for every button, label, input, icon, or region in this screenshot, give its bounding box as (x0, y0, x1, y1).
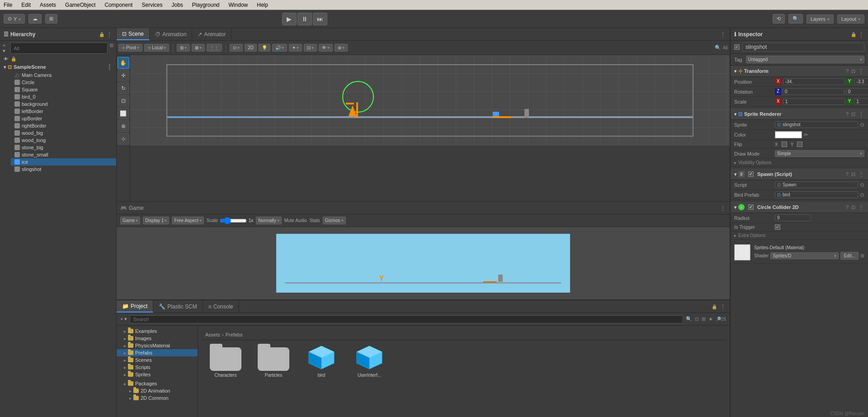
hierarchy-item-rightborder[interactable]: rightBorder (11, 122, 116, 129)
spawn-help[interactable]: ? (846, 171, 849, 177)
spawn-script-header[interactable]: ▾ # Spawn (Script) ? ⊡ (731, 169, 868, 180)
more-icon[interactable] (106, 31, 113, 38)
scale-x-input[interactable] (783, 98, 845, 105)
audio-button[interactable]: 🔊 (272, 44, 287, 52)
menu-component[interactable]: Component (103, 1, 134, 9)
menu-file[interactable]: File (2, 1, 14, 9)
tab-scene[interactable]: ⊡ Scene (117, 28, 150, 40)
hierarchy-item-ice[interactable]: ice (11, 158, 116, 166)
project-folder-images[interactable]: Images (117, 335, 198, 342)
hierarchy-search[interactable] (10, 43, 108, 54)
sprite-settings1[interactable]: ⊡ (851, 111, 855, 117)
eye-icon[interactable]: 👁 (4, 57, 8, 62)
collider-active-checkbox[interactable] (748, 204, 754, 210)
inspector-more[interactable] (858, 31, 864, 38)
add-button[interactable]: + ▾ (3, 43, 9, 54)
script-target[interactable]: ⊙ (860, 182, 864, 188)
proj-icon-1[interactable]: ⊡ (695, 316, 699, 322)
scene-tabs-more[interactable] (720, 31, 726, 38)
bird-prefab-target[interactable]: ⊙ (860, 192, 864, 198)
project-2d-common[interactable]: 2D Common (117, 394, 198, 402)
proj-icon-3[interactable]: ★ (708, 316, 713, 322)
project-2d-animation[interactable]: 2D Animation (117, 387, 198, 394)
inspector-lock[interactable] (851, 32, 856, 37)
display-dropdown[interactable]: Display 1 (143, 217, 169, 224)
lock-icon[interactable] (99, 32, 104, 37)
object-active-checkbox[interactable] (734, 44, 740, 50)
asset-item-bird[interactable]: bird (301, 344, 342, 378)
collab-button[interactable]: ⊞ (45, 14, 57, 24)
view-button[interactable]: ⊙ (230, 44, 243, 52)
tab-plastic[interactable]: 🔧 Plastic SCM (153, 300, 203, 313)
stats-button[interactable]: Stats (310, 218, 320, 223)
transform-settings1[interactable]: ⊡ (851, 68, 855, 74)
collider-more[interactable] (858, 204, 864, 211)
game-more[interactable] (720, 204, 726, 212)
rect-tool[interactable]: ⬜ (118, 108, 129, 119)
breadcrumb-assets[interactable]: Assets (205, 332, 220, 337)
history-button[interactable]: ⟲ (773, 14, 785, 24)
mute-button[interactable]: Mute Audio (284, 218, 307, 223)
custom-tool[interactable]: ⊹ (118, 133, 129, 145)
aspect-dropdown[interactable]: Free Aspect (172, 217, 203, 224)
script-field[interactable]: ⊡ Spawn (775, 181, 858, 188)
hierarchy-item-woodbig[interactable]: wood_big (11, 129, 116, 137)
spawn-settings1[interactable]: ⊡ (851, 171, 855, 177)
asset-item-particles[interactable]: Particles (253, 344, 294, 378)
bottom-more[interactable] (720, 303, 726, 310)
account-button[interactable]: ⊙ Y (4, 14, 25, 24)
lock-small-icon[interactable]: 🔒 (11, 57, 16, 62)
move-snap-button[interactable]: ⊞ (177, 44, 190, 52)
render-button[interactable]: ⊡ (304, 44, 317, 52)
breadcrumb-prefabs[interactable]: Prefabs (226, 332, 243, 337)
menu-jobs[interactable]: Jobs (170, 1, 184, 9)
spawn-more[interactable] (858, 171, 864, 178)
menu-assets[interactable]: Assets (38, 1, 58, 9)
shader-dropdown[interactable]: Sprites/D (770, 252, 839, 259)
tab-project[interactable]: 📁 Project (117, 300, 153, 313)
menu-help[interactable]: Help (255, 1, 270, 9)
move-tool[interactable]: ✛ (118, 70, 129, 81)
transform-help[interactable]: ? (846, 68, 849, 74)
color-picker-icon[interactable]: ✏ (804, 132, 808, 138)
hierarchy-item-leftborder[interactable]: leftBorder (11, 108, 116, 115)
sprite-field[interactable]: ⊡ slingshot (775, 121, 858, 128)
visibility-button[interactable]: 👁 (319, 44, 333, 52)
light-button[interactable]: 💡 (259, 44, 270, 52)
sprite-help[interactable]: ? (846, 111, 849, 117)
project-folder-physicsmat[interactable]: PhysicsMaterial (117, 342, 198, 349)
rotate-tool[interactable]: ↻ (118, 82, 129, 94)
layers-dropdown-button[interactable]: Layers (807, 14, 834, 24)
local-button[interactable]: ⊹ Local (144, 44, 169, 52)
gizmos-dropdown[interactable]: Gizmos (323, 217, 346, 224)
transform-tool[interactable]: ⊛ (118, 120, 129, 132)
pivot-button[interactable]: ⊹ Pivot (118, 44, 142, 52)
transform-header[interactable]: ▾ ⊹ Transform ? ⊡ (731, 66, 868, 77)
project-folder-examples[interactable]: Examples (117, 327, 198, 335)
proj-icon-2[interactable]: ⊞ (702, 316, 706, 322)
draw-mode-dropdown[interactable]: Simple (775, 150, 864, 157)
hand-tool[interactable]: ✋ (118, 57, 129, 69)
pause-button[interactable]: ⏸ (297, 13, 312, 25)
tab-animator[interactable]: ↗ Animator (192, 28, 231, 40)
project-folder-scripts[interactable]: Scripts (117, 364, 198, 371)
scale-tool[interactable]: ⊡ (118, 95, 129, 107)
trigger-checkbox[interactable] (775, 224, 780, 230)
project-search[interactable] (130, 315, 683, 323)
hierarchy-item-woodlong[interactable]: wood_long (11, 137, 116, 144)
hierarchy-item-slingshot[interactable]: slingshot (11, 166, 116, 173)
hierarchy-item-main-camera[interactable]: 🎥 Main Camera (11, 71, 116, 79)
menu-gameobject[interactable]: GameObject (63, 1, 97, 9)
tab-animation[interactable]: ⏱ Animation (150, 28, 192, 40)
sprite-target[interactable]: ⊙ (860, 122, 864, 128)
menu-playground[interactable]: Playground (190, 1, 222, 9)
scale-snap-button[interactable]: ⊠ (192, 44, 205, 52)
hierarchy-item-stonesmall[interactable]: stone_small (11, 151, 116, 158)
game-tab[interactable]: 🎮 Game (120, 205, 144, 211)
project-folder-prefabs[interactable]: Prefabs (117, 349, 198, 356)
hierarchy-scene-item[interactable]: ▾ ⊡ SampleScene (0, 62, 116, 71)
sprite-renderer-header[interactable]: ▾ ⊡ Sprite Renderer ? ⊡ (731, 109, 868, 120)
gizmo-button[interactable]: ⊛ (335, 44, 348, 52)
object-name-input[interactable] (742, 43, 864, 52)
extra-options-section[interactable]: Extra Options (731, 232, 868, 240)
